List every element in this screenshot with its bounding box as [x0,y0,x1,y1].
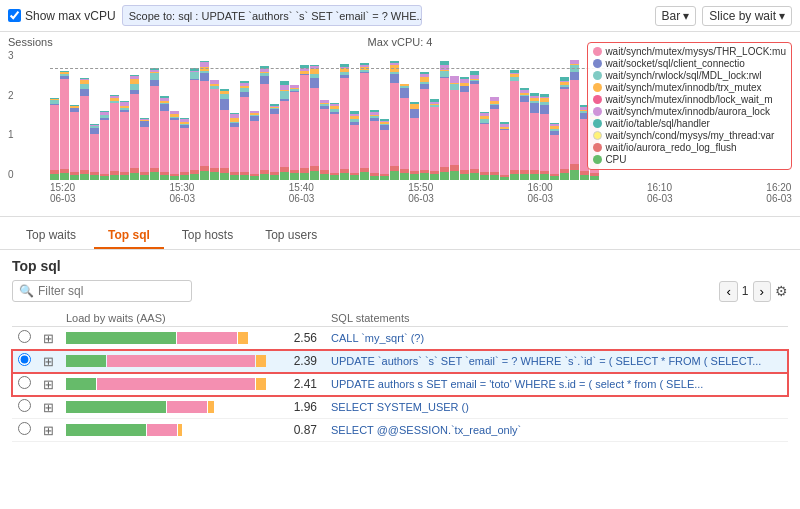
bar-group [60,71,69,180]
chart-type-select[interactable]: Bar ▾ [655,6,697,26]
bar-segment [550,135,559,173]
bar-segment [340,173,349,180]
bar-segment [240,97,249,171]
bar-segment [570,170,579,180]
legend-item: wait/io/aurora_redo_log_flush [593,142,786,153]
row-radio[interactable] [18,330,31,343]
row-expand-icon[interactable]: ⊞ [43,400,54,415]
bar-segment [260,76,269,83]
bar-segment [420,89,429,170]
row-bar-cell [60,396,280,419]
row-icon-cell: ⊞ [37,373,60,396]
sql-text-cell[interactable]: UPDATE `authors` `s` SET `email` = ? WHE… [325,350,788,373]
show-max-vcpu-checkbox[interactable] [8,9,21,22]
row-radio[interactable] [18,353,31,366]
mini-bar [107,355,256,367]
bar-group [290,85,299,180]
row-radio[interactable] [18,422,31,435]
bar-segment [410,118,419,171]
bar-group [260,66,269,180]
chart-area: Sessions Max vCPU: 4 3 2 1 0 wait/synch/… [0,32,800,217]
row-radio[interactable] [18,376,31,389]
chart-max-vcpu-title: Max vCPU: 4 [368,36,433,48]
row-value-cell: 2.56 [280,327,325,350]
sql-text-cell[interactable]: UPDATE authors s SET email = 'toto' WHER… [325,373,788,396]
bar-group [390,61,399,180]
bar-segment [380,130,389,174]
table-row[interactable]: ⊞2.56CALL `my_sqrt` (?) [12,327,788,350]
mini-bar-container [66,401,266,414]
row-expand-icon[interactable]: ⊞ [43,354,54,369]
row-expand-icon[interactable]: ⊞ [43,331,54,346]
row-expand-icon[interactable]: ⊞ [43,377,54,392]
bar-segment [280,101,289,167]
bar-group [200,61,209,180]
tab-top-waits[interactable]: Top waits [12,223,90,249]
sql-text-cell[interactable]: SELECT @@SESSION.`tx_read_only` [325,419,788,442]
sql-text-cell[interactable]: CALL `my_sqrt` (?) [325,327,788,350]
row-value-cell: 2.41 [280,373,325,396]
bar-segment [530,174,539,180]
bar-segment [350,125,359,173]
bar-segment [410,174,419,180]
bar-segment [580,175,589,180]
bar-segment [450,171,459,180]
page-number: 1 [742,284,749,298]
tab-top-sql[interactable]: Top sql [94,223,164,249]
table-row[interactable]: ⊞2.41UPDATE authors s SET email = 'toto'… [12,373,788,396]
row-icon-cell: ⊞ [37,396,60,419]
slice-by-select[interactable]: Slice by wait ▾ [702,6,792,26]
row-expand-icon[interactable]: ⊞ [43,423,54,438]
search-icon: 🔍 [19,284,34,298]
bar-segment [70,175,79,180]
bar-segment [560,173,569,180]
bar-segment [250,121,259,174]
bar-group [100,111,109,180]
mini-bar [167,401,207,413]
tab-top-users[interactable]: Top users [251,223,331,249]
show-max-vcpu-label[interactable]: Show max vCPU [8,9,116,23]
bar-group [350,111,359,180]
bar-segment [250,176,259,180]
row-bar-cell [60,327,280,350]
bar-segment [400,88,409,99]
row-value-cell: 1.96 [280,396,325,419]
bar-segment [260,84,269,170]
tab-top-hosts[interactable]: Top hosts [168,223,247,249]
bar-segment [120,112,129,172]
bar-segment [100,120,109,174]
bar-segment [510,81,519,170]
search-input[interactable] [38,284,188,298]
bar-segment [180,175,189,180]
prev-page-button[interactable]: ‹ [719,281,737,302]
bar-segment [290,173,299,180]
row-icon-cell: ⊞ [37,419,60,442]
bar-segment [50,174,59,180]
bar-group [440,61,449,180]
mini-bar [66,378,96,390]
bar-group [400,84,409,180]
mini-bar [238,332,248,344]
filter-input-container[interactable]: 🔍 [12,280,192,302]
mini-bar-container [66,355,266,368]
bar-group [370,110,379,180]
bar-segment [540,174,549,180]
col-load: Load by waits (AAS) [60,310,280,327]
table-row[interactable]: ⊞0.87SELECT @@SESSION.`tx_read_only` [12,419,788,442]
bar-segment [80,96,89,170]
sql-text-cell[interactable]: SELECT SYSTEM_USER () [325,396,788,419]
row-radio-cell [12,350,37,373]
bar-group [460,77,469,180]
bar-segment [220,173,229,180]
next-page-button[interactable]: › [753,281,771,302]
scope-label-text: Scope to: sql : UPDATE `authors` `s` SET… [129,10,422,22]
table-row[interactable]: ⊞1.96SELECT SYSTEM_USER () [12,396,788,419]
bar-segment [410,109,419,117]
mini-bar [66,401,166,413]
bar-segment [190,174,199,180]
table-row[interactable]: ⊞2.39UPDATE `authors` `s` SET `email` = … [12,350,788,373]
bar-segment [430,174,439,180]
gear-icon[interactable]: ⚙ [775,283,788,299]
bar-segment [500,130,509,175]
row-radio[interactable] [18,399,31,412]
